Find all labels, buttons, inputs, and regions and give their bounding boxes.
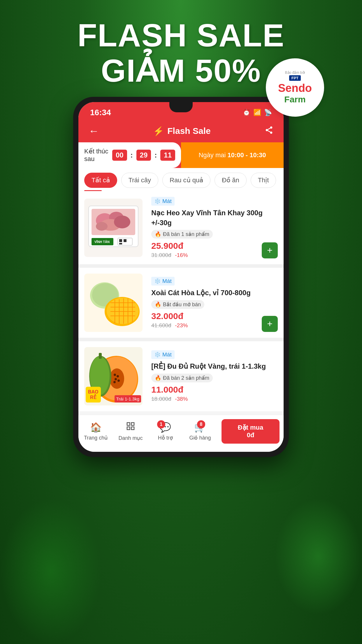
- nav-cart-label: Giỏ hàng: [189, 435, 211, 441]
- original-price-1: 31.000đ: [151, 252, 171, 258]
- fire-icon-3: 🔥: [155, 375, 161, 381]
- tab-food[interactable]: Đồ ăn: [215, 173, 246, 188]
- svg-point-1: [266, 129, 268, 131]
- svg-line-4: [268, 128, 270, 130]
- product-pricing-2: 41.600đ -23%: [151, 322, 275, 329]
- sendo-farm-label: Farm: [284, 94, 305, 104]
- svg-text:VĨNH TÂN: VĨNH TÂN: [94, 240, 110, 244]
- sendo-supported-label: Bảo đảm bởi: [285, 71, 305, 75]
- product-pricing-1: 31.000đ -16%: [151, 252, 275, 258]
- timer-left: Kết thúc sau 00 : 29 : 11: [78, 142, 181, 168]
- phone-mockup: 16:34 ⏰ 📶 📡 ← ⚡ Flash Sale: [73, 97, 289, 457]
- original-price-2: 41.600đ: [151, 322, 171, 328]
- svg-point-40: [117, 379, 120, 382]
- timer-right: Ngày mai 10:00 - 10:30: [181, 142, 284, 168]
- flash-icon: ⚡: [153, 126, 164, 136]
- product-info-3: ❄️ Mát [RẺ] Đu Đủ Ruột Vàng, trái 1-1.3k…: [148, 350, 278, 402]
- tab-all[interactable]: Tất cả: [84, 173, 117, 188]
- order-btn-label: Đặt mua: [224, 424, 277, 431]
- svg-rect-46: [131, 423, 134, 425]
- tab-meat[interactable]: Thịt: [251, 173, 276, 188]
- product-info-1: ❄️ Mát Nạc Heo Xay Vĩnh Tân Khay 300g +/…: [148, 197, 278, 258]
- svg-point-23: [107, 298, 139, 324]
- product-badge-1: ❄️ Mát: [151, 197, 175, 206]
- product-badge-2: ❄️ Mát: [151, 277, 175, 286]
- svg-rect-47: [127, 427, 130, 430]
- order-button[interactable]: Đặt mua 0đ: [222, 419, 280, 444]
- product-price-3: 11.000đ: [151, 385, 275, 395]
- snowflake-icon-1: ❄️: [154, 198, 161, 204]
- nav-home[interactable]: 🏠 Trang chủ: [78, 422, 113, 441]
- snowflake-icon-3: ❄️: [154, 351, 161, 358]
- sold-label-3: 🔥 Đã bán 2 sản phẩm: [151, 374, 213, 382]
- sold-label-1: 🔥 Đã bán 1 sản phẩm: [151, 230, 213, 239]
- add-to-cart-1[interactable]: +: [262, 242, 278, 258]
- product-name-3: [RẺ] Đu Đủ Ruột Vàng, trái 1-1.3kg: [151, 361, 275, 371]
- fire-icon-1: 🔥: [155, 231, 161, 237]
- product-name-1: Nạc Heo Xay Vĩnh Tân Khay 300g +/-30g: [151, 208, 275, 228]
- svg-point-37: [114, 374, 116, 376]
- product-image-3: BAORẺ Trái 1-1.3kg: [84, 347, 143, 405]
- sendo-brand-name: Sendo: [278, 82, 312, 94]
- promo-header: FLASH SALE GIẢM 50%: [78, 18, 285, 88]
- product-card-2: ❄️ Mát Xoài Cát Hòa Lộc, vỉ 700-800g 🔥 B…: [78, 268, 284, 338]
- svg-rect-44: [99, 353, 102, 359]
- svg-rect-45: [127, 423, 130, 425]
- sold-label-2: 🔥 Bắt đầu mở bán: [151, 300, 204, 309]
- svg-point-39: [115, 378, 117, 380]
- back-button[interactable]: ←: [89, 125, 99, 137]
- share-button[interactable]: [265, 126, 273, 136]
- status-icons: ⏰ 📶 📡: [242, 109, 272, 116]
- product-name-2: Xoài Cát Hòa Lộc, vỉ 700-800g: [151, 288, 275, 298]
- svg-point-41: [113, 381, 116, 383]
- product-price-2: 32.000đ: [151, 311, 275, 321]
- timer-label: Kết thúc sau: [84, 148, 109, 163]
- svg-point-36: [110, 368, 124, 389]
- svg-rect-16: [119, 239, 122, 242]
- product-price-1: 25.900đ: [151, 241, 275, 251]
- promo-title-line2: GIẢM 50%: [78, 53, 285, 88]
- original-price-3: 18.000đ: [151, 396, 171, 402]
- nav-home-label: Trang chủ: [84, 435, 108, 441]
- sendo-farm-badge: Bảo đảm bởi FPT Sendo Farm: [266, 58, 324, 117]
- nav-support[interactable]: 💬 1 Hỗ trợ: [148, 422, 183, 441]
- product-list: VĨNH TÂN ❄️ Mát Nạc Heo Xay Vĩnh Tân Kha…: [78, 191, 284, 411]
- promo-title-line1: FLASH SALE: [78, 18, 285, 53]
- phone-screen: 16:34 ⏰ 📶 📡 ← ⚡ Flash Sale: [78, 102, 284, 452]
- wifi-icon: 📶: [253, 109, 261, 116]
- svg-point-11: [114, 216, 130, 228]
- alarm-icon: ⏰: [242, 109, 250, 116]
- trai-label: Trái 1-1.3kg: [115, 395, 141, 402]
- home-icon: 🏠: [90, 422, 102, 433]
- support-badge: 1: [157, 420, 165, 428]
- svg-point-0: [270, 126, 273, 129]
- product-image-2: [84, 274, 143, 332]
- status-time: 16:34: [90, 108, 111, 117]
- snowflake-icon-2: ❄️: [154, 278, 161, 284]
- timer-next-label: Ngày mai 10:00 - 10:30: [198, 151, 266, 159]
- timer-next-time: 10:00 - 10:30: [227, 151, 266, 159]
- bottom-nav: 🏠 Trang chủ Danh mục 💬 1 Hỗ trợ 🛒: [78, 415, 284, 452]
- sendo-fpt-label: FPT: [289, 75, 301, 81]
- nav-menu-label: Danh mục: [118, 435, 143, 441]
- svg-point-38: [117, 375, 119, 377]
- add-to-cart-2[interactable]: +: [262, 316, 278, 332]
- svg-point-12: [96, 222, 108, 231]
- product-card-3: BAORẺ Trái 1-1.3kg ❄️ Mát [RẺ] Đu Đủ Ruộ…: [78, 341, 284, 411]
- tab-veg[interactable]: Rau củ quả: [162, 173, 210, 188]
- product-info-2: ❄️ Mát Xoài Cát Hòa Lộc, vỉ 700-800g 🔥 B…: [148, 277, 278, 329]
- discount-2: -23%: [175, 322, 188, 328]
- timer-colon1: :: [131, 151, 133, 159]
- nav-cart[interactable]: 🛒 8 Giỏ hàng: [183, 422, 217, 441]
- product-image-1: VĨNH TÂN: [84, 199, 143, 257]
- product-card-1: VĨNH TÂN ❄️ Mát Nạc Heo Xay Vĩnh Tân Kha…: [78, 191, 284, 264]
- nav-menu[interactable]: Danh mục: [113, 421, 148, 441]
- timer-minutes: 29: [136, 150, 151, 161]
- order-btn-price: 0đ: [224, 431, 277, 439]
- svg-rect-17: [124, 239, 126, 242]
- tab-fruit[interactable]: Trái cây: [121, 173, 158, 188]
- app-header: ← ⚡ Flash Sale: [78, 120, 284, 142]
- menu-icon: [126, 421, 135, 433]
- discount-1: -16%: [175, 252, 188, 258]
- product-pricing-3: 18.000đ -38%: [151, 396, 275, 402]
